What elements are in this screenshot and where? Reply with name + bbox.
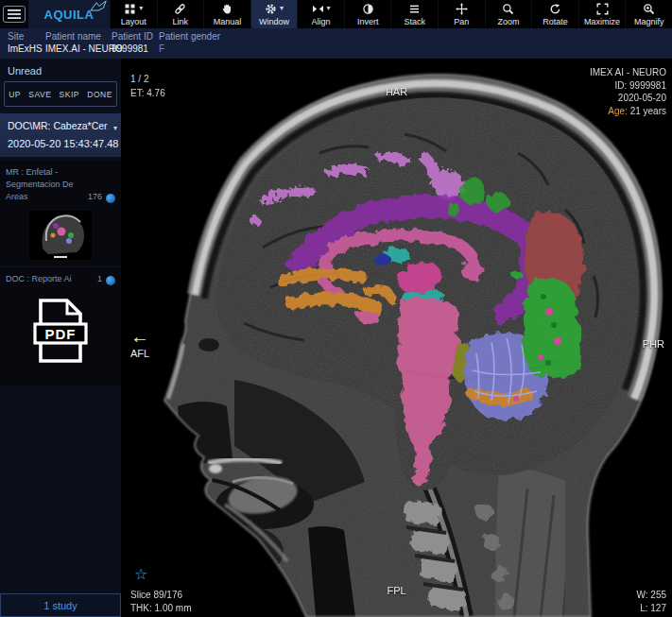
favorite-star-icon[interactable]: ☆	[134, 565, 147, 583]
magnifier-plus-icon	[643, 3, 655, 15]
series-count: 176	[88, 191, 102, 203]
align-arrows-icon	[312, 3, 324, 15]
mri-sagittal-image[interactable]	[121, 59, 672, 617]
top-toolbar: AQUILA ▾ Layout Link Manual ▾ Window	[0, 0, 672, 28]
overlay-patient-name: IMEX AI - NEURO	[590, 66, 666, 79]
toolbar-button-manual[interactable]: Manual	[203, 0, 250, 28]
magnifier-icon	[502, 3, 514, 15]
window-width: W: 255	[637, 590, 667, 600]
pdf-report-thumbnail[interactable]: PDF	[6, 287, 115, 380]
thickness-indicator: THK: 1.00 mm	[130, 603, 191, 613]
toolbar-button-magnify[interactable]: Magnify	[625, 0, 672, 28]
toolbar-button-maximize[interactable]: Maximize	[578, 0, 626, 28]
link-icon	[174, 3, 186, 15]
image-viewport[interactable]: 1 / 2 ET: 4.76 HAR ← AFL PHR FPL IMEX AI…	[121, 59, 672, 617]
worklist-actions: UP SAVE SKIP DONE	[4, 81, 117, 107]
hand-icon	[221, 3, 233, 15]
series-item-doc[interactable]: DOC : Reporte Ai 1	[6, 273, 115, 285]
overlay-study-date: 2020-05-20	[590, 92, 666, 105]
doc-series: DOC : Reporte Ai 1 PDF	[0, 267, 121, 386]
unread-label: Unread	[8, 65, 121, 77]
patient-overlay-block: IMEX AI - NEURO ID: 9999981 2020-05-20 A…	[590, 66, 666, 117]
aquila-logo-text: AQUILA	[44, 8, 95, 22]
orientation-right: PHR	[643, 338, 664, 350]
pdf-file-icon: PDF	[33, 297, 88, 365]
patient-field-id: Patient ID 9999981	[112, 31, 153, 54]
toolbar-button-label: Window	[259, 17, 289, 26]
hamburger-menu-button[interactable]	[0, 0, 28, 28]
toolbar-button-label: Rotate	[543, 17, 568, 26]
up-button[interactable]: UP	[9, 90, 21, 99]
aquila-bird-icon	[89, 0, 108, 12]
gear-icon	[265, 3, 277, 15]
field-label: Site	[8, 31, 43, 42]
field-value: F	[159, 43, 220, 54]
study-title: DOC\MR: Cabeza*Cer...	[8, 120, 108, 131]
done-button[interactable]: DONE	[87, 90, 112, 99]
overlay-age-line: Age: 21 years	[590, 105, 666, 118]
age-value: 21 years	[630, 106, 666, 116]
series-thumbnail[interactable]	[29, 211, 92, 260]
study-card[interactable]: DOC\MR: Cabeza*Cer... ▾ 2020-05-20 15:43…	[0, 113, 121, 157]
series-item-mr[interactable]: MR : Enfetal - Segmentacion De Areas 176	[6, 166, 115, 203]
pan-arrows-icon	[456, 3, 468, 15]
toolbar-button-link[interactable]: Link	[157, 0, 204, 28]
toolbar-buttons: ▾ Layout Link Manual ▾ Window ▾ Align I	[110, 0, 672, 28]
field-value: 9999981	[112, 43, 153, 54]
field-label: Patient gender	[159, 31, 220, 42]
toolbar-button-label: Link	[173, 17, 189, 26]
patient-info-bar: Site ImExHS Patient name IMEX.AI - NEURO…	[0, 28, 672, 59]
toolbar-button-label: Maximize	[584, 17, 620, 26]
toolbar-button-stack[interactable]: Stack	[390, 0, 438, 28]
toolbar-button-label: Layout	[121, 17, 146, 26]
study-count-button[interactable]: 1 study	[0, 593, 121, 617]
maximize-icon	[596, 3, 609, 15]
overlay-patient-id: ID: 9999981	[590, 79, 666, 93]
invert-icon	[362, 3, 374, 15]
toolbar-button-layout[interactable]: ▾ Layout	[110, 0, 157, 28]
toolbar-button-label: Zoom	[497, 17, 519, 26]
hamburger-icon	[3, 6, 26, 23]
rotate-icon	[549, 3, 561, 15]
chevron-down-icon: ▾	[139, 5, 143, 12]
chevron-down-icon: ▾	[327, 5, 331, 12]
field-label: Patient ID	[112, 31, 153, 42]
series-name: MR : Enfetal - Segmentacion De Areas	[6, 167, 74, 201]
series-name: DOC : Reporte Ai	[6, 274, 72, 283]
toolbar-button-label: Pan	[454, 17, 469, 26]
chevron-down-icon[interactable]: ▾	[113, 124, 117, 132]
toolbar-button-label: Stack	[405, 17, 426, 26]
orientation-top: HAR	[386, 86, 407, 97]
toolbar-button-align[interactable]: ▾ Align	[297, 0, 344, 28]
toolbar-button-label: Invert	[357, 17, 379, 26]
echo-time: ET: 4.76	[130, 88, 165, 98]
patient-field-site: Site ImExHS	[8, 31, 43, 54]
frame-counter: 1 / 2	[130, 74, 148, 84]
toolbar-button-pan[interactable]: Pan	[438, 0, 485, 28]
toolbar-button-label: Magnify	[634, 17, 664, 26]
toolbar-button-invert[interactable]: Invert	[344, 0, 391, 28]
field-value: ImExHS	[8, 43, 43, 54]
toolbar-button-window[interactable]: ▾ Window	[250, 0, 298, 28]
toolbar-button-rotate[interactable]: Rotate	[531, 0, 578, 28]
toolbar-button-label: Align	[312, 17, 331, 26]
pdf-section: DOC : Reporte Ai 1 PDF	[0, 267, 121, 386]
series-count: 1	[97, 273, 102, 285]
patient-field-gender: Patient gender F	[159, 31, 220, 54]
aquila-logo[interactable]: AQUILA	[28, 0, 110, 28]
skip-button[interactable]: SKIP	[60, 90, 79, 99]
orientation-bottom: FPL	[387, 585, 405, 596]
chevron-down-icon: ▾	[280, 5, 284, 12]
series-list: MR : Enfetal - Segmentacion De Areas 176	[0, 161, 121, 266]
age-label: Age:	[608, 106, 628, 116]
visibility-icon[interactable]	[106, 276, 115, 285]
toolbar-button-zoom[interactable]: Zoom	[485, 0, 532, 28]
study-datetime: 2020-05-20 15:43:47.48	[8, 138, 113, 149]
window-level: L: 127	[640, 603, 666, 613]
save-button[interactable]: SAVE	[28, 90, 51, 99]
layout-grid-icon	[124, 3, 136, 15]
pdf-label: PDF	[45, 326, 77, 342]
visibility-icon[interactable]	[106, 194, 115, 203]
orientation-left: AFL	[130, 348, 149, 359]
stack-icon	[408, 3, 421, 15]
